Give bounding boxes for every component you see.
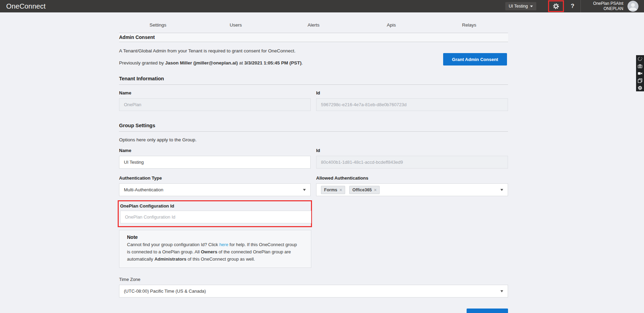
tenant-id-field-group: Id: [316, 90, 508, 111]
note-title: Note: [127, 234, 301, 240]
group-name-id-fields: Name Id: [119, 148, 508, 169]
granted-suffix-text: .: [302, 60, 303, 65]
group-settings-description: Options here only apply to the Group.: [119, 137, 508, 142]
granted-by-text: Jason Miller (jmiller@oneplan.ai): [165, 60, 238, 65]
granted-at-text: at: [238, 60, 244, 65]
allowed-auth-chips: Forms× Office365×: [321, 186, 500, 194]
group-id-label: Id: [316, 148, 508, 153]
auth-type-value: Multi-Authentication: [124, 187, 303, 192]
tab-bar: Settings Users Alerts Apis Relays: [119, 12, 508, 33]
chip-label: Forms: [324, 188, 337, 192]
help-button[interactable]: ?: [569, 0, 576, 12]
group-id-field-group: Id: [316, 148, 508, 169]
config-id-input[interactable]: [120, 211, 311, 223]
allowed-auth-multiselect[interactable]: Forms× Office365×: [316, 183, 508, 196]
group-settings-section-title: Group Settings: [119, 123, 508, 132]
record-video-button[interactable]: [636, 70, 644, 77]
auth-chip-forms: Forms×: [321, 186, 345, 194]
screen-capture-toolbar: [636, 55, 644, 91]
capture-menu-button[interactable]: [636, 55, 644, 62]
auth-chip-office365: Office365×: [349, 186, 380, 194]
granted-prefix-text: Previously granted by: [119, 60, 165, 65]
allowed-auth-field-group: Allowed Authentications Forms× Office365…: [316, 175, 508, 196]
tenant-id-input: [316, 98, 508, 111]
user-info: OnePlan PSAInt ONEPLAN: [583, 1, 623, 11]
group-name-input[interactable]: [119, 156, 311, 169]
auth-type-label: Authentication Type: [119, 175, 311, 181]
granted-timestamp-text: 3/3/2021 1:05:45 PM (PST): [244, 60, 302, 65]
tenant-name-label: Name: [119, 90, 311, 95]
gear-icon: [637, 85, 643, 90]
copy-window-button[interactable]: [636, 77, 644, 84]
main-content: Settings Users Alerts Apis Relays Admin …: [119, 12, 508, 313]
top-header-bar: OneConnect UI Testing ? OnePlan PSAInt O…: [0, 0, 644, 12]
tab-relays[interactable]: Relays: [430, 12, 508, 33]
person-icon: [627, 1, 638, 12]
config-id-note: Note Cannot find your group configuratio…: [119, 230, 311, 268]
auth-type-field-group: Authentication Type Multi-Authentication: [119, 175, 311, 196]
copy-window-icon: [637, 78, 643, 83]
chevron-down-icon: [500, 290, 503, 292]
timezone-value: (UTC-08:00) Pacific Time (US & Canada): [124, 289, 500, 294]
tab-users[interactable]: Users: [197, 12, 274, 33]
gear-icon: [553, 3, 559, 10]
note-text-part: of this OneConnect group as well.: [186, 256, 255, 262]
allowed-auth-label: Allowed Authentications: [316, 175, 508, 181]
note-bold-owners: Owners: [201, 249, 217, 254]
user-name: OnePlan PSAInt: [583, 1, 623, 6]
tenant-information-fields: Name Id: [119, 90, 508, 111]
tenant-name-input: [119, 98, 311, 111]
chip-label: Office365: [352, 188, 372, 192]
note-text-part: Cannot find your group configuration Id?…: [127, 242, 219, 247]
video-camera-icon: [637, 71, 643, 76]
avatar[interactable]: [627, 1, 638, 12]
admin-consent-section-title: Admin Consent: [119, 33, 508, 42]
note-bold-administrators: Administrators: [154, 256, 186, 262]
grant-admin-consent-button[interactable]: Grant Admin Consent: [443, 53, 507, 65]
apply-button[interactable]: Apply: [467, 309, 508, 313]
tenant-name-field-group: Name: [119, 90, 311, 111]
group-name-field-group: Name: [119, 148, 311, 169]
timezone-select[interactable]: (UTC-08:00) Pacific Time (US & Canada): [119, 285, 508, 297]
tenant-information-section-title: Tenant Information: [119, 76, 508, 85]
config-id-highlight-box: OnePlan Configuration Id: [118, 200, 312, 227]
capture-menu-icon: [637, 57, 643, 61]
capture-settings-button[interactable]: [636, 84, 644, 91]
help-link[interactable]: here: [219, 242, 228, 247]
admin-consent-section: A Tenant/Global Admin from your Tenant i…: [119, 48, 508, 68]
authentication-fields: Authentication Type Multi-Authentication…: [119, 175, 508, 196]
header-divider: [580, 0, 581, 12]
group-selector-label: UI Testing: [509, 4, 528, 9]
note-text: Cannot find your group configuration Id?…: [127, 241, 301, 263]
tenant-id-label: Id: [316, 90, 508, 95]
admin-consent-description: A Tenant/Global Admin from your Tenant i…: [119, 48, 508, 53]
camera-icon: [637, 64, 643, 69]
chevron-down-icon: [530, 6, 533, 7]
group-selector-dropdown[interactable]: UI Testing: [505, 2, 536, 10]
user-org: ONEPLAN: [583, 6, 623, 11]
tab-apis[interactable]: Apis: [352, 12, 430, 33]
settings-gear-button[interactable]: [553, 3, 559, 10]
apply-row: Apply: [119, 309, 508, 313]
question-mark-icon: ?: [571, 3, 574, 9]
chip-remove-icon[interactable]: ×: [339, 188, 342, 192]
settings-gear-highlight-box: [548, 0, 564, 12]
screenshot-button[interactable]: [636, 62, 644, 70]
auth-type-select[interactable]: Multi-Authentication: [119, 183, 311, 196]
app-title: OneConnect: [6, 0, 46, 12]
chevron-down-icon: [500, 189, 503, 191]
group-name-label: Name: [119, 148, 311, 153]
config-id-label: OnePlan Configuration Id: [120, 203, 311, 209]
chevron-down-icon: [303, 189, 306, 191]
group-id-input: [316, 156, 508, 169]
timezone-label: Time Zone: [119, 277, 508, 282]
chip-remove-icon[interactable]: ×: [374, 188, 377, 192]
tab-settings[interactable]: Settings: [119, 12, 197, 33]
tab-alerts[interactable]: Alerts: [275, 12, 352, 33]
